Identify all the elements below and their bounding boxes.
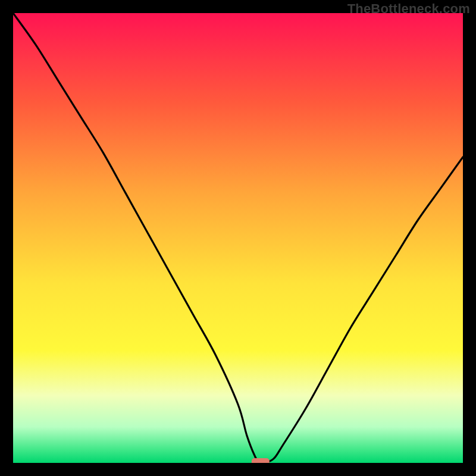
chart-svg	[13, 13, 463, 463]
minimum-marker	[252, 458, 270, 463]
gradient-background	[13, 13, 463, 463]
watermark-text: TheBottleneck.com	[347, 1, 470, 17]
chart-frame: TheBottleneck.com	[0, 0, 476, 476]
plot-area	[13, 13, 463, 463]
